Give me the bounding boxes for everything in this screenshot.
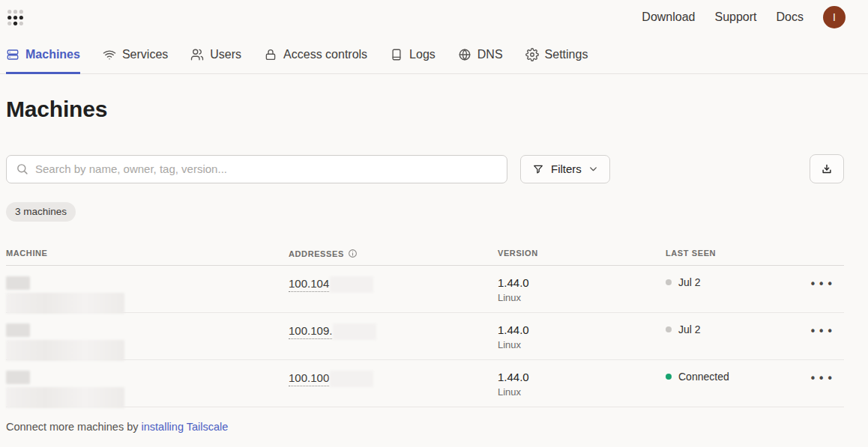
- row-menu-button[interactable]: •••: [808, 371, 837, 387]
- globe-icon: [458, 48, 471, 61]
- lock-icon: [264, 48, 277, 61]
- info-icon[interactable]: [348, 249, 358, 258]
- last-seen-text: Connected: [678, 371, 729, 383]
- machine-version: 1.44.0 Linux: [498, 276, 666, 303]
- machine-name-link[interactable]: [6, 276, 289, 314]
- column-addresses: ADDRESSES: [289, 249, 498, 258]
- docs-link[interactable]: Docs: [777, 10, 804, 24]
- last-seen: Jul 2: [666, 276, 808, 288]
- address-redacted: [330, 276, 373, 293]
- address-redacted: [333, 323, 376, 340]
- status-dot: [666, 374, 672, 380]
- download-machine-list-button[interactable]: [810, 154, 844, 183]
- address-redacted: [330, 371, 373, 387]
- tab-label: DNS: [477, 48, 503, 61]
- version-number: 1.44.0: [498, 371, 666, 383]
- version-os: Linux: [498, 292, 666, 303]
- machine-owner-redacted: [6, 387, 124, 408]
- filters-label: Filters: [551, 162, 582, 175]
- funnel-icon: [532, 163, 544, 175]
- machine-version: 1.44.0 Linux: [498, 371, 666, 398]
- column-last-seen: LAST SEEN: [666, 249, 808, 258]
- version-os: Linux: [498, 386, 666, 398]
- org-name-redacted: [32, 8, 188, 26]
- address-text: 100.100: [289, 371, 329, 386]
- logs-icon: [390, 48, 403, 61]
- tab-access-controls[interactable]: Access controls: [264, 48, 367, 74]
- search-box[interactable]: [6, 155, 507, 183]
- support-link[interactable]: Support: [715, 10, 757, 24]
- last-seen: Connected: [666, 371, 808, 383]
- row-actions: •••: [808, 371, 846, 387]
- tab-label: Services: [122, 48, 168, 61]
- last-seen-text: Jul 2: [678, 276, 701, 288]
- download-link[interactable]: Download: [642, 10, 695, 24]
- tab-services[interactable]: Services: [103, 48, 168, 74]
- column-machine: MACHINE: [6, 249, 289, 258]
- tab-machines[interactable]: Machines: [6, 48, 80, 74]
- machine-owner-redacted: [6, 293, 124, 314]
- machine-name-redacted: [6, 276, 30, 290]
- machine-row: 100.104 1.44.0 Linux Jul 2 •••: [6, 266, 844, 313]
- row-actions: •••: [808, 276, 846, 293]
- main-nav: MachinesServicesUsersAccess controlsLogs…: [0, 33, 868, 74]
- tab-dns[interactable]: DNS: [458, 48, 503, 74]
- table-body: 100.104 1.44.0 Linux Jul 2 ••• 100.109. …: [6, 266, 844, 407]
- tailscale-logo-icon[interactable]: [6, 8, 25, 27]
- status-dot: [666, 326, 672, 332]
- address-text: 100.109.: [289, 324, 332, 339]
- status-dot: [666, 279, 672, 285]
- gear-icon: [525, 48, 539, 61]
- machine-address[interactable]: 100.109.: [289, 323, 498, 340]
- machine-name-redacted: [6, 323, 30, 337]
- filters-button[interactable]: Filters: [520, 155, 610, 183]
- machine-address[interactable]: 100.100: [289, 371, 498, 387]
- last-seen-text: Jul 2: [678, 323, 701, 335]
- machine-row: 100.109. 1.44.0 Linux Jul 2 •••: [6, 313, 844, 360]
- footer-note: Connect more machines by installing Tail…: [6, 421, 844, 433]
- machine-address[interactable]: 100.104: [289, 276, 498, 293]
- row-menu-button[interactable]: •••: [808, 323, 837, 340]
- table-header: MACHINE ADDRESSES VERSION LAST SEEN: [6, 249, 844, 266]
- row-actions: •••: [808, 323, 846, 340]
- users-icon: [190, 48, 204, 61]
- chevron-down-icon: [588, 164, 598, 174]
- tab-label: Access controls: [283, 48, 367, 61]
- machine-owner-redacted: [6, 340, 124, 361]
- tab-label: Machines: [25, 48, 80, 61]
- brand-area: [6, 8, 188, 27]
- machine-version: 1.44.0 Linux: [498, 323, 666, 350]
- tab-settings[interactable]: Settings: [525, 48, 588, 74]
- machine-count-badge: 3 machines: [6, 202, 76, 222]
- machines-table: MACHINE ADDRESSES VERSION LAST SEEN 100.…: [6, 249, 844, 407]
- page-title: Machines: [6, 97, 844, 122]
- search-input[interactable]: [35, 162, 498, 175]
- machine-name-link[interactable]: [6, 323, 289, 361]
- tab-logs[interactable]: Logs: [390, 48, 435, 74]
- toolbar: Filters: [6, 154, 844, 183]
- tab-users[interactable]: Users: [190, 48, 241, 74]
- version-os: Linux: [498, 339, 666, 350]
- tab-label: Users: [210, 48, 241, 61]
- avatar[interactable]: I: [823, 6, 846, 28]
- column-version: VERSION: [498, 249, 666, 258]
- version-number: 1.44.0: [498, 276, 666, 289]
- tab-label: Logs: [409, 48, 435, 61]
- address-text: 100.104: [289, 277, 329, 292]
- last-seen: Jul 2: [666, 323, 808, 335]
- machine-name-link[interactable]: [6, 371, 289, 408]
- server-icon: [6, 48, 19, 61]
- main-content: Machines Filters 3 machines MACH: [0, 97, 868, 433]
- tab-label: Settings: [545, 48, 588, 61]
- wifi-icon: [103, 48, 116, 61]
- search-icon: [16, 162, 28, 175]
- download-tray-icon: [820, 162, 834, 176]
- version-number: 1.44.0: [498, 323, 666, 336]
- badge-row: 3 machines: [6, 202, 844, 222]
- machine-name-redacted: [6, 371, 30, 384]
- installing-tailscale-link[interactable]: installing Tailscale: [142, 421, 229, 433]
- row-menu-button[interactable]: •••: [808, 276, 837, 293]
- header-links: Download Support Docs I: [642, 6, 846, 28]
- top-header: Download Support Docs I: [0, 0, 868, 33]
- machine-row: 100.100 1.44.0 Linux Connected •••: [6, 360, 844, 407]
